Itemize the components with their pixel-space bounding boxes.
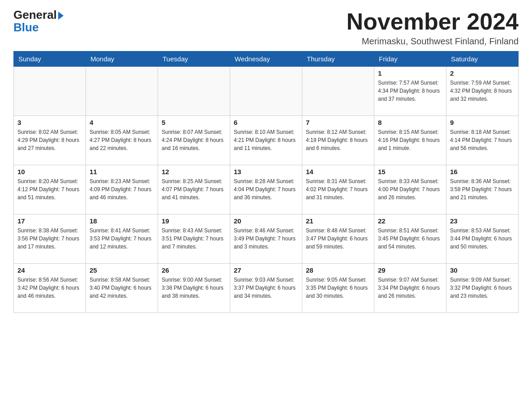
- calendar-cell: 27Sunrise: 9:03 AM Sunset: 3:37 PM Dayli…: [230, 264, 302, 313]
- day-info: Sunrise: 8:12 AM Sunset: 4:19 PM Dayligh…: [306, 128, 370, 152]
- day-number: 23: [450, 217, 515, 225]
- day-number: 14: [306, 168, 370, 176]
- day-number: 8: [378, 119, 442, 126]
- calendar-cell: [158, 67, 230, 116]
- day-info: Sunrise: 8:36 AM Sunset: 3:58 PM Dayligh…: [450, 177, 515, 201]
- calendar-cell: [86, 67, 158, 116]
- calendar-cell: 7Sunrise: 8:12 AM Sunset: 4:19 PM Daylig…: [302, 116, 374, 165]
- day-number: 2: [450, 69, 515, 77]
- day-number: 17: [17, 217, 82, 225]
- calendar-cell: 1Sunrise: 7:57 AM Sunset: 4:34 PM Daylig…: [374, 67, 446, 116]
- day-info: Sunrise: 8:46 AM Sunset: 3:49 PM Dayligh…: [234, 227, 298, 251]
- day-number: 9: [450, 119, 515, 126]
- day-info: Sunrise: 9:00 AM Sunset: 3:38 PM Dayligh…: [162, 276, 226, 300]
- subtitle: Merimasku, Southwest Finland, Finland: [347, 36, 519, 47]
- day-info: Sunrise: 8:20 AM Sunset: 4:12 PM Dayligh…: [17, 177, 82, 201]
- logo-line2: Blue: [13, 21, 39, 34]
- calendar-cell: [230, 67, 302, 116]
- calendar-cell: [302, 67, 374, 116]
- logo: General Blue: [13, 9, 64, 34]
- day-number: 18: [90, 217, 154, 225]
- day-number: 10: [17, 168, 82, 176]
- week-row-2: 3Sunrise: 8:02 AM Sunset: 4:29 PM Daylig…: [14, 116, 519, 165]
- day-number: 3: [17, 119, 82, 126]
- day-info: Sunrise: 8:02 AM Sunset: 4:29 PM Dayligh…: [17, 128, 82, 152]
- day-number: 16: [450, 168, 515, 176]
- calendar-cell: 22Sunrise: 8:51 AM Sunset: 3:45 PM Dayli…: [374, 214, 446, 264]
- day-header-thursday: Thursday: [302, 51, 374, 67]
- calendar-cell: 2Sunrise: 7:59 AM Sunset: 4:32 PM Daylig…: [446, 67, 519, 116]
- week-row-3: 10Sunrise: 8:20 AM Sunset: 4:12 PM Dayli…: [14, 165, 519, 214]
- title-area: November 2024 Merimasku, Southwest Finla…: [347, 9, 519, 47]
- day-header-wednesday: Wednesday: [230, 51, 302, 67]
- day-number: 30: [450, 266, 515, 274]
- day-number: 22: [378, 217, 442, 225]
- days-header-row: SundayMondayTuesdayWednesdayThursdayFrid…: [14, 51, 519, 67]
- day-number: 5: [162, 119, 226, 126]
- week-row-1: 1Sunrise: 7:57 AM Sunset: 4:34 PM Daylig…: [14, 67, 519, 116]
- calendar-cell: 21Sunrise: 8:48 AM Sunset: 3:47 PM Dayli…: [302, 214, 374, 264]
- day-number: 29: [378, 266, 442, 274]
- day-info: Sunrise: 8:53 AM Sunset: 3:44 PM Dayligh…: [450, 227, 515, 251]
- day-info: Sunrise: 8:41 AM Sunset: 3:53 PM Dayligh…: [90, 227, 154, 251]
- day-number: 25: [90, 266, 154, 274]
- day-info: Sunrise: 8:23 AM Sunset: 4:09 PM Dayligh…: [90, 177, 154, 201]
- day-info: Sunrise: 9:05 AM Sunset: 3:35 PM Dayligh…: [306, 276, 370, 300]
- day-info: Sunrise: 8:31 AM Sunset: 4:02 PM Dayligh…: [306, 177, 370, 201]
- day-info: Sunrise: 8:33 AM Sunset: 4:00 PM Dayligh…: [378, 177, 442, 201]
- day-header-sunday: Sunday: [14, 51, 86, 67]
- day-info: Sunrise: 8:18 AM Sunset: 4:14 PM Dayligh…: [450, 128, 515, 152]
- day-info: Sunrise: 9:03 AM Sunset: 3:37 PM Dayligh…: [234, 276, 298, 300]
- day-info: Sunrise: 8:38 AM Sunset: 3:56 PM Dayligh…: [17, 227, 82, 251]
- calendar-cell: 11Sunrise: 8:23 AM Sunset: 4:09 PM Dayli…: [86, 165, 158, 214]
- header: General Blue November 2024 Merimasku, So…: [13, 9, 519, 47]
- calendar-cell: 5Sunrise: 8:07 AM Sunset: 4:24 PM Daylig…: [158, 116, 230, 165]
- day-info: Sunrise: 8:07 AM Sunset: 4:24 PM Dayligh…: [162, 128, 226, 152]
- day-info: Sunrise: 8:58 AM Sunset: 3:40 PM Dayligh…: [90, 276, 154, 300]
- day-number: 26: [162, 266, 226, 274]
- calendar-cell: 25Sunrise: 8:58 AM Sunset: 3:40 PM Dayli…: [86, 264, 158, 313]
- calendar-cell: 17Sunrise: 8:38 AM Sunset: 3:56 PM Dayli…: [14, 214, 86, 264]
- day-header-friday: Friday: [374, 51, 446, 67]
- calendar-cell: 30Sunrise: 9:09 AM Sunset: 3:32 PM Dayli…: [446, 264, 519, 313]
- day-info: Sunrise: 8:28 AM Sunset: 4:04 PM Dayligh…: [234, 177, 298, 201]
- calendar-cell: 20Sunrise: 8:46 AM Sunset: 3:49 PM Dayli…: [230, 214, 302, 264]
- calendar-cell: 6Sunrise: 8:10 AM Sunset: 4:21 PM Daylig…: [230, 116, 302, 165]
- day-number: 28: [306, 266, 370, 274]
- day-number: 12: [162, 168, 226, 176]
- calendar-cell: 29Sunrise: 9:07 AM Sunset: 3:34 PM Dayli…: [374, 264, 446, 313]
- calendar-cell: 15Sunrise: 8:33 AM Sunset: 4:00 PM Dayli…: [374, 165, 446, 214]
- day-number: 19: [162, 217, 226, 225]
- day-info: Sunrise: 8:51 AM Sunset: 3:45 PM Dayligh…: [378, 227, 442, 251]
- calendar-cell: 24Sunrise: 8:56 AM Sunset: 3:42 PM Dayli…: [14, 264, 86, 313]
- day-number: 20: [234, 217, 298, 225]
- main-title: November 2024: [347, 9, 519, 34]
- day-info: Sunrise: 8:25 AM Sunset: 4:07 PM Dayligh…: [162, 177, 226, 201]
- day-number: 4: [90, 119, 154, 126]
- day-info: Sunrise: 7:57 AM Sunset: 4:34 PM Dayligh…: [378, 79, 442, 103]
- day-header-tuesday: Tuesday: [158, 51, 230, 67]
- calendar-cell: 13Sunrise: 8:28 AM Sunset: 4:04 PM Dayli…: [230, 165, 302, 214]
- logo-line1: General: [13, 9, 64, 21]
- day-number: 7: [306, 119, 370, 126]
- calendar-cell: 23Sunrise: 8:53 AM Sunset: 3:44 PM Dayli…: [446, 214, 519, 264]
- calendar-table: SundayMondayTuesdayWednesdayThursdayFrid…: [13, 51, 519, 313]
- calendar-cell: [14, 67, 86, 116]
- calendar-cell: 28Sunrise: 9:05 AM Sunset: 3:35 PM Dayli…: [302, 264, 374, 313]
- day-info: Sunrise: 8:56 AM Sunset: 3:42 PM Dayligh…: [17, 276, 82, 300]
- day-header-monday: Monday: [86, 51, 158, 67]
- day-number: 11: [90, 168, 154, 176]
- day-number: 24: [17, 266, 82, 274]
- day-info: Sunrise: 8:05 AM Sunset: 4:27 PM Dayligh…: [90, 128, 154, 152]
- week-row-4: 17Sunrise: 8:38 AM Sunset: 3:56 PM Dayli…: [14, 214, 519, 264]
- day-info: Sunrise: 8:10 AM Sunset: 4:21 PM Dayligh…: [234, 128, 298, 152]
- calendar-cell: 16Sunrise: 8:36 AM Sunset: 3:58 PM Dayli…: [446, 165, 519, 214]
- calendar-cell: 10Sunrise: 8:20 AM Sunset: 4:12 PM Dayli…: [14, 165, 86, 214]
- day-info: Sunrise: 9:07 AM Sunset: 3:34 PM Dayligh…: [378, 276, 442, 300]
- calendar-cell: 12Sunrise: 8:25 AM Sunset: 4:07 PM Dayli…: [158, 165, 230, 214]
- calendar-cell: 18Sunrise: 8:41 AM Sunset: 3:53 PM Dayli…: [86, 214, 158, 264]
- day-header-saturday: Saturday: [446, 51, 519, 67]
- calendar-cell: 26Sunrise: 9:00 AM Sunset: 3:38 PM Dayli…: [158, 264, 230, 313]
- day-info: Sunrise: 8:48 AM Sunset: 3:47 PM Dayligh…: [306, 227, 370, 251]
- calendar-cell: 14Sunrise: 8:31 AM Sunset: 4:02 PM Dayli…: [302, 165, 374, 214]
